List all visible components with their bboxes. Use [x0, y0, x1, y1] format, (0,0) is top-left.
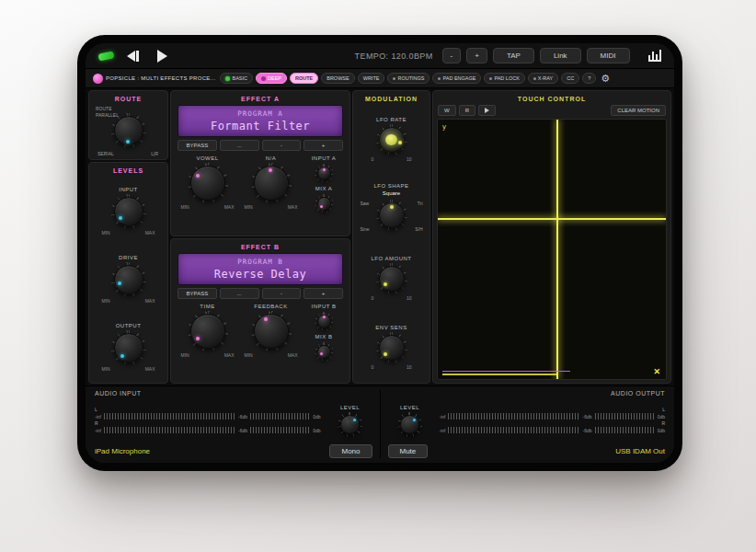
clear-motion-button[interactable]: CLEAR MOTION	[611, 105, 666, 116]
tempo-controls: TEMPO: 120.0BPM - + TAP Link MIDI	[355, 48, 630, 63]
xray-label: X-RAY	[538, 75, 553, 81]
min-label: MIN	[102, 230, 110, 236]
xy-pad[interactable]: y ✕	[437, 119, 667, 380]
play-icon	[157, 50, 167, 63]
knob-dot-icon	[320, 205, 323, 208]
mix-b-knob[interactable]	[315, 342, 334, 362]
rewind-button[interactable]	[121, 47, 143, 65]
meter-ticks	[250, 413, 310, 420]
output-meter-right: -inf -6db 0db	[440, 427, 666, 433]
min-label: MIN	[102, 298, 110, 304]
audio-output-title: AUDIO OUTPUT	[388, 390, 666, 397]
route-panel: ROUTE ROUTE PARALLEL SERIAL L|R	[88, 90, 168, 160]
deep-mode-toggle[interactable]: DEEP	[256, 73, 287, 84]
xray-button[interactable]: X-RAY	[528, 73, 558, 84]
motion-play-button[interactable]	[478, 105, 496, 116]
motion-write-button[interactable]: W	[438, 105, 456, 116]
settings-gear-icon[interactable]: ⚙	[601, 74, 610, 84]
midi-button[interactable]: MIDI	[587, 48, 630, 63]
lfo-amount-block: LFO AMOUNT 0 10	[356, 243, 427, 312]
transport-bar: TEMPO: 120.0BPM - + TAP Link MIDI	[86, 43, 674, 69]
route-column: ROUTE ROUTE PARALLEL SERIAL L|R LEVELS	[88, 90, 168, 384]
pad-engage-button[interactable]: PAD ENGAGE	[432, 73, 481, 84]
feedback-knob[interactable]	[251, 311, 292, 351]
lfo-rate-knob[interactable]	[376, 124, 407, 155]
x-position-marker: ✕	[653, 367, 660, 376]
ableton-link-button[interactable]: Link	[540, 48, 581, 63]
time-knob[interactable]	[188, 311, 228, 351]
input-a-knob[interactable]	[315, 164, 334, 183]
scale-min: 0	[372, 156, 374, 162]
scale-mid-label: -6db	[583, 414, 592, 420]
input-level-knob[interactable]	[338, 412, 362, 437]
effect-a-next-button[interactable]: +	[304, 140, 343, 151]
max-label: MAX	[224, 204, 235, 210]
effect-b-menu-button[interactable]: ...	[220, 288, 259, 299]
knob-dot-icon	[323, 316, 326, 318]
scale-mid-label: -6db	[583, 428, 592, 433]
effect-a-menu-button[interactable]: ...	[220, 140, 259, 151]
basic-mode-toggle[interactable]: BASIC	[220, 73, 253, 84]
na-knob[interactable]	[251, 163, 292, 203]
effect-b-bypass-button[interactable]: BYPASS	[178, 288, 217, 299]
knob-dot-icon	[323, 168, 326, 171]
knob-scale: MIN MAX	[181, 204, 235, 210]
meter-ticks	[448, 413, 579, 420]
motion-read-button[interactable]: R	[459, 105, 475, 116]
env-sens-knob[interactable]	[376, 332, 407, 363]
app-title: POPSICLE : MULTI EFFECTS PROCE...	[106, 75, 215, 81]
mute-button[interactable]: Mute	[388, 444, 429, 458]
effect-b-prev-button[interactable]: -	[262, 288, 302, 299]
mono-button[interactable]: Mono	[329, 444, 372, 458]
time-block: TIME MIN MAX	[176, 302, 239, 358]
max-label: MAX	[288, 204, 298, 210]
vowel-block: VOWEL MIN MAX	[176, 154, 239, 210]
tap-tempo-button[interactable]: TAP	[493, 48, 534, 63]
drive-knob[interactable]	[111, 262, 146, 297]
effect-a-bypass-button[interactable]: BYPASS	[178, 140, 217, 151]
lfo-shape-block: LFO SHAPE Square Saw Tri Sine S/H	[356, 173, 427, 242]
knob-dot-icon	[196, 174, 200, 178]
help-button[interactable]: ?	[582, 73, 596, 84]
knob-dot-icon	[413, 419, 416, 421]
input-knob-label: INPUT	[119, 187, 138, 192]
route-mode-toggle[interactable]: ROUTE	[290, 73, 318, 84]
bullet-dot-icon	[393, 77, 395, 80]
meter-bars-icon[interactable]	[648, 50, 662, 62]
effect-b-display[interactable]: PROGRAM B Reverse Delay	[178, 253, 343, 285]
output-level-knob[interactable]	[397, 412, 422, 437]
input-b-knob[interactable]	[315, 312, 334, 331]
tempo-minus-button[interactable]: -	[442, 48, 462, 63]
popsicle-logo-icon	[97, 51, 114, 61]
tempo-plus-button[interactable]: +	[466, 48, 487, 63]
knob-scale: MIN MAX	[102, 298, 155, 304]
scale-mid-label: -6db	[238, 428, 247, 433]
lfo-shape-knob[interactable]	[376, 200, 407, 231]
cc-button[interactable]: CC	[561, 73, 579, 84]
mix-a-knob[interactable]	[315, 194, 334, 213]
vowel-knob[interactable]	[188, 163, 228, 203]
input-meter-left: -inf -6db 0db	[95, 413, 321, 420]
audio-io-bar: AUDIO INPUT L -inf -6db 0db R	[86, 385, 674, 463]
effects-column: EFFECT A PROGRAM A Formant Filter BYPASS…	[170, 90, 350, 384]
pad-lock-button[interactable]: PAD LOCK	[484, 73, 524, 84]
tri-label: Tri	[418, 201, 423, 207]
effect-b-next-button[interactable]: +	[304, 288, 343, 299]
browse-button[interactable]: BROWSE	[321, 73, 354, 84]
effect-a-prev-button[interactable]: -	[262, 140, 302, 151]
feedback-label: FEEDBACK	[254, 304, 287, 309]
status-dot-icon	[225, 76, 230, 81]
lfo-amount-knob[interactable]	[376, 263, 407, 294]
play-button[interactable]	[151, 47, 173, 65]
output-knob[interactable]	[111, 330, 146, 365]
input-knob[interactable]	[111, 194, 146, 229]
meter-ticks	[595, 413, 655, 420]
write-button[interactable]: WRITE	[358, 73, 385, 84]
scale-inf-label: -inf	[440, 428, 446, 433]
knob-scale: 0 10	[372, 364, 412, 370]
effect-a-display[interactable]: PROGRAM A Formant Filter	[178, 105, 343, 137]
effect-a-preset-name: Formant Filter	[182, 120, 338, 132]
route-parallel-knob[interactable]	[111, 113, 146, 148]
routings-button[interactable]: ROUTINGS	[387, 73, 430, 84]
tempo-display: TEMPO: 120.0BPM	[355, 52, 433, 61]
